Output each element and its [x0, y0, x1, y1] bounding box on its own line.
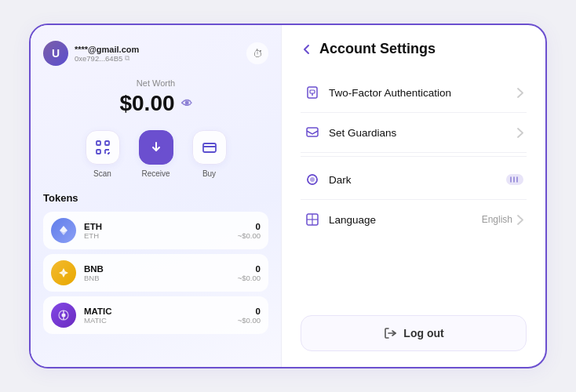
- account-address: 0xe792...64B5 ⧉: [75, 54, 139, 63]
- eth-logo: [51, 218, 76, 243]
- guardians-right: [517, 128, 523, 138]
- receive-button[interactable]: Receive: [139, 130, 173, 178]
- settings-list: Two-Factor Authentication: [301, 73, 527, 306]
- chevron-right-icon: [517, 88, 523, 98]
- matic-balance: 0: [238, 307, 261, 316]
- scan-icon: [86, 130, 120, 165]
- matic-amounts: 0 ~$0.00: [238, 307, 261, 325]
- eth-amounts: 0 ~$0.00: [238, 222, 261, 240]
- eth-balance: 0: [238, 222, 261, 231]
- guardians-icon: [304, 124, 321, 141]
- logout-button[interactable]: Log out: [301, 315, 527, 351]
- matic-usd: ~$0.00: [238, 316, 261, 325]
- dark-left: Dark: [304, 171, 352, 188]
- eth-usd: ~$0.00: [238, 231, 261, 240]
- tokens-section: Tokens ETH ETH 0 ~$0.00: [43, 192, 268, 354]
- bnb-info: BNB BNB: [84, 264, 230, 282]
- svg-rect-9: [203, 143, 216, 152]
- eth-symbol: ETH: [84, 222, 230, 231]
- bnb-logo: [51, 260, 76, 285]
- language-left: Language: [304, 211, 376, 228]
- language-value: English: [482, 214, 512, 225]
- scan-button[interactable]: Scan: [86, 130, 120, 178]
- svg-rect-2: [97, 150, 100, 154]
- eth-info: ETH ETH: [84, 222, 230, 240]
- account-header: U ****@gmail.com 0xe792...64B5 ⧉ ⏱: [43, 41, 268, 66]
- chevron-right-language-icon: [517, 215, 523, 225]
- settings-item-guardians[interactable]: Set Guardians: [301, 113, 527, 153]
- net-worth-amount: $0.00 👁: [43, 91, 268, 116]
- bnb-symbol: BNB: [84, 264, 230, 274]
- token-item-bnb[interactable]: BNB BNB 0 ~$0.00: [43, 254, 268, 292]
- two-factor-label: Two-Factor Authentication: [329, 87, 451, 99]
- right-panel: Account Settings Two-Factor Authenticati…: [282, 25, 545, 367]
- account-text: ****@gmail.com 0xe792...64B5 ⧉: [75, 45, 139, 63]
- dark-mode-icon: [304, 171, 321, 188]
- buy-button[interactable]: Buy: [192, 130, 227, 178]
- account-info: U ****@gmail.com 0xe792...64B5 ⧉: [43, 41, 139, 66]
- eye-icon[interactable]: 👁: [181, 97, 192, 110]
- divider: [301, 156, 527, 157]
- action-buttons: Scan Receive: [43, 130, 268, 178]
- svg-rect-28: [506, 174, 523, 185]
- settings-title: Account Settings: [319, 41, 436, 57]
- left-panel: U ****@gmail.com 0xe792...64B5 ⧉ ⏱ Net W…: [31, 25, 282, 367]
- buy-label: Buy: [202, 169, 216, 178]
- svg-rect-21: [308, 87, 317, 98]
- tokens-title: Tokens: [43, 192, 268, 204]
- language-icon: [304, 211, 321, 228]
- net-worth: Net Worth $0.00 👁: [43, 78, 268, 116]
- receive-icon: [139, 130, 173, 165]
- two-factor-left: Two-Factor Authentication: [304, 84, 451, 101]
- net-worth-label: Net Worth: [43, 78, 268, 88]
- matic-symbol: MATIC: [84, 307, 230, 316]
- bnb-amounts: 0 ~$0.00: [238, 264, 261, 282]
- two-factor-icon: [304, 84, 321, 101]
- chevron-right-guardians-icon: [517, 128, 523, 138]
- token-item-eth[interactable]: ETH ETH 0 ~$0.00: [43, 212, 268, 249]
- settings-item-dark[interactable]: Dark: [301, 160, 527, 200]
- svg-rect-0: [97, 141, 100, 145]
- receive-label: Receive: [141, 169, 170, 178]
- bnb-balance: 0: [238, 264, 261, 274]
- language-label: Language: [329, 214, 376, 226]
- settings-item-two-factor[interactable]: Two-Factor Authentication: [301, 73, 527, 113]
- guardians-left: Set Guardians: [304, 124, 396, 141]
- settings-header: Account Settings: [301, 41, 527, 57]
- token-item-matic[interactable]: MATIC MATIC 0 ~$0.00: [43, 296, 268, 334]
- dark-label: Dark: [329, 174, 352, 186]
- settings-icon-button[interactable]: ⏱: [246, 42, 268, 64]
- guardians-label: Set Guardians: [329, 127, 396, 139]
- buy-icon: [192, 130, 227, 165]
- main-card: U ****@gmail.com 0xe792...64B5 ⧉ ⏱ Net W…: [29, 24, 547, 368]
- dark-right: [506, 174, 523, 185]
- svg-rect-1: [105, 141, 109, 145]
- svg-point-26: [310, 177, 315, 182]
- logout-label: Log out: [403, 327, 443, 339]
- bnb-usd: ~$0.00: [238, 274, 261, 282]
- svg-point-18: [62, 314, 66, 318]
- logout-icon: [383, 326, 397, 340]
- avatar: U: [43, 41, 68, 66]
- matic-logo: [51, 303, 76, 328]
- toggle-icon[interactable]: [506, 174, 523, 185]
- language-right: English: [482, 214, 523, 225]
- scan-label: Scan: [93, 169, 111, 178]
- svg-rect-22: [310, 90, 315, 93]
- bnb-name: BNB: [84, 274, 230, 282]
- back-button[interactable]: [301, 43, 313, 56]
- copy-icon[interactable]: ⧉: [125, 54, 129, 63]
- matic-name: MATIC: [84, 316, 230, 325]
- matic-info: MATIC MATIC: [84, 307, 230, 325]
- two-factor-right: [517, 88, 523, 98]
- account-email: ****@gmail.com: [75, 45, 139, 54]
- settings-item-language[interactable]: Language English: [301, 200, 527, 239]
- eth-name: ETH: [84, 231, 230, 240]
